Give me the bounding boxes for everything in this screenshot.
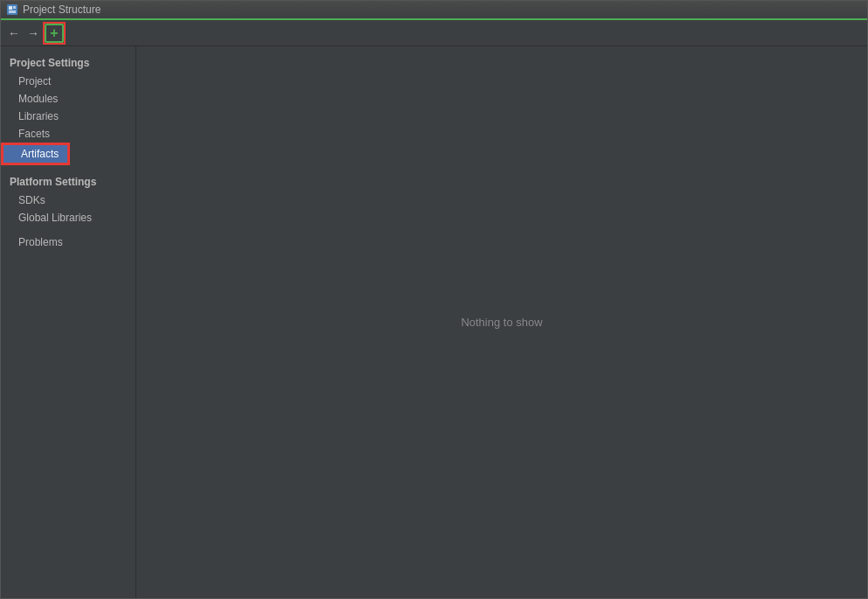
sidebar-item-problems[interactable]: Problems: [1, 233, 135, 251]
platform-settings-label: Platform Settings: [1, 172, 135, 192]
sidebar-item-artifacts[interactable]: Artifacts: [3, 144, 68, 164]
sidebar: Project Settings Project Modules Librari…: [1, 46, 136, 598]
title-bar: Project Structure: [1, 1, 867, 20]
sidebar-item-problems-label: Problems: [18, 236, 63, 248]
plus-icon: +: [50, 26, 58, 40]
artifacts-selected-outline: Artifacts: [1, 143, 70, 165]
main-panel: Nothing to show: [136, 46, 867, 598]
main-toolbar: ← → +: [1, 20, 867, 46]
sidebar-divider-2: [1, 226, 135, 233]
empty-text: Nothing to show: [461, 316, 542, 329]
sidebar-divider-1: [1, 165, 135, 172]
project-settings-label: Project Settings: [1, 53, 135, 73]
svg-rect-2: [13, 6, 16, 9]
forward-button[interactable]: →: [24, 24, 43, 43]
add-button[interactable]: +: [45, 24, 64, 43]
window-icon: [6, 3, 18, 16]
main-empty-content: Nothing to show: [136, 46, 867, 598]
sidebar-item-modules-label: Modules: [18, 93, 58, 105]
back-button[interactable]: ←: [4, 24, 24, 43]
sidebar-item-project[interactable]: Project: [1, 73, 135, 90]
sidebar-item-modules[interactable]: Modules: [1, 90, 135, 108]
sidebar-item-sdks[interactable]: SDKs: [1, 192, 135, 209]
svg-rect-1: [9, 6, 12, 10]
sidebar-item-global-libraries-label: Global Libraries: [18, 212, 92, 224]
svg-rect-3: [9, 10, 16, 13]
sidebar-item-libraries[interactable]: Libraries: [1, 108, 135, 125]
sidebar-item-libraries-label: Libraries: [18, 110, 59, 122]
sidebar-item-global-libraries[interactable]: Global Libraries: [1, 209, 135, 226]
back-icon: ←: [8, 26, 20, 40]
content-area: Project Settings Project Modules Librari…: [1, 46, 867, 598]
forward-icon: →: [27, 26, 39, 40]
sidebar-item-artifacts-label: Artifacts: [21, 148, 59, 160]
sidebar-item-facets-label: Facets: [18, 128, 50, 140]
sidebar-item-facets[interactable]: Facets: [1, 125, 135, 143]
window-title: Project Structure: [23, 3, 101, 16]
project-structure-window: Project Structure ← → + Project Settings…: [0, 0, 868, 599]
add-button-outline: +: [43, 22, 66, 45]
sidebar-item-sdks-label: SDKs: [18, 194, 45, 206]
sidebar-item-project-label: Project: [18, 75, 51, 87]
